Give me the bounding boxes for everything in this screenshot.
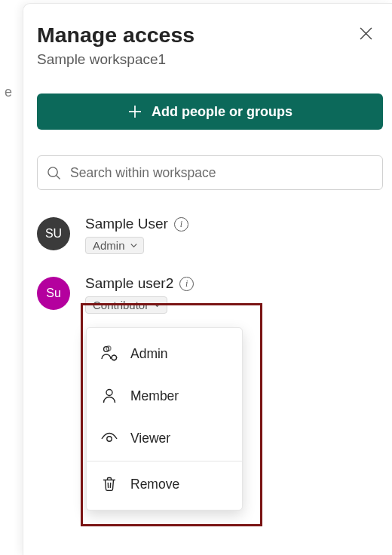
role-chip[interactable]: Contributor <box>85 296 167 314</box>
role-option-label: Remove <box>130 477 179 492</box>
role-option-label: Viewer <box>130 431 170 446</box>
info-icon[interactable]: i <box>179 277 194 291</box>
member-name: Sample user2 <box>85 275 173 292</box>
role-option-viewer[interactable]: Viewer <box>87 417 242 459</box>
chevron-down-icon <box>130 241 138 250</box>
member-icon <box>100 387 118 405</box>
add-people-button[interactable]: Add people or groups <box>37 94 383 130</box>
viewer-icon <box>100 429 118 447</box>
workspace-name: Sample workspace1 <box>37 51 194 68</box>
search-input-container[interactable] <box>37 155 383 190</box>
add-people-label: Add people or groups <box>152 104 292 120</box>
member-row: SU Sample User i Admin <box>37 208 383 268</box>
background-glimpse: e <box>0 84 12 100</box>
role-chip: Admin <box>85 237 144 254</box>
svg-point-13 <box>106 390 112 396</box>
member-row: Su Sample user2 i Contributor <box>37 268 383 327</box>
avatar: SU <box>37 217 70 250</box>
close-button[interactable] <box>353 20 378 46</box>
admin-icon <box>100 345 118 363</box>
avatar: Su <box>37 277 70 310</box>
svg-point-4 <box>48 167 57 176</box>
role-option-label: Member <box>130 388 179 404</box>
role-option-remove[interactable]: Remove <box>87 463 242 505</box>
role-chip-label: Admin <box>93 239 125 252</box>
role-dropdown-menu: Admin Member Viewer Remove <box>86 327 243 511</box>
member-name: Sample User <box>85 216 168 232</box>
svg-line-5 <box>57 176 60 179</box>
page-title: Manage access <box>37 23 194 47</box>
close-icon <box>360 27 372 40</box>
role-chip-label: Contributor <box>93 299 149 311</box>
info-icon[interactable]: i <box>174 217 188 232</box>
search-input[interactable] <box>69 164 373 182</box>
role-option-member[interactable]: Member <box>87 375 242 417</box>
search-icon <box>47 166 61 180</box>
trash-icon <box>100 475 118 493</box>
svg-point-8 <box>112 355 116 360</box>
role-option-label: Admin <box>130 346 168 362</box>
menu-separator <box>87 461 242 461</box>
plus-icon <box>127 104 142 119</box>
chevron-down-icon <box>153 301 161 309</box>
svg-point-14 <box>107 437 112 441</box>
role-option-admin[interactable]: Admin <box>87 333 242 375</box>
